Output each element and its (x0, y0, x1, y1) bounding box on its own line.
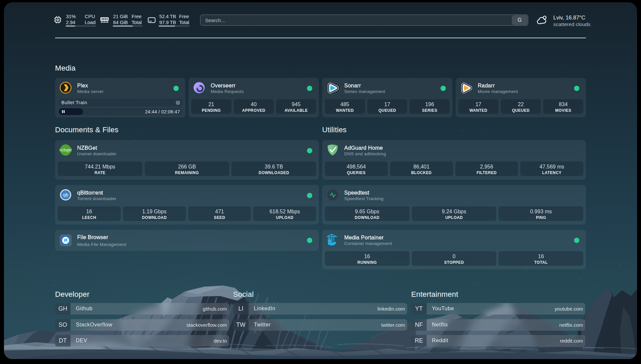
svg-text:qb: qb (63, 192, 68, 197)
svg-text:nzbget: nzbget (60, 148, 72, 152)
